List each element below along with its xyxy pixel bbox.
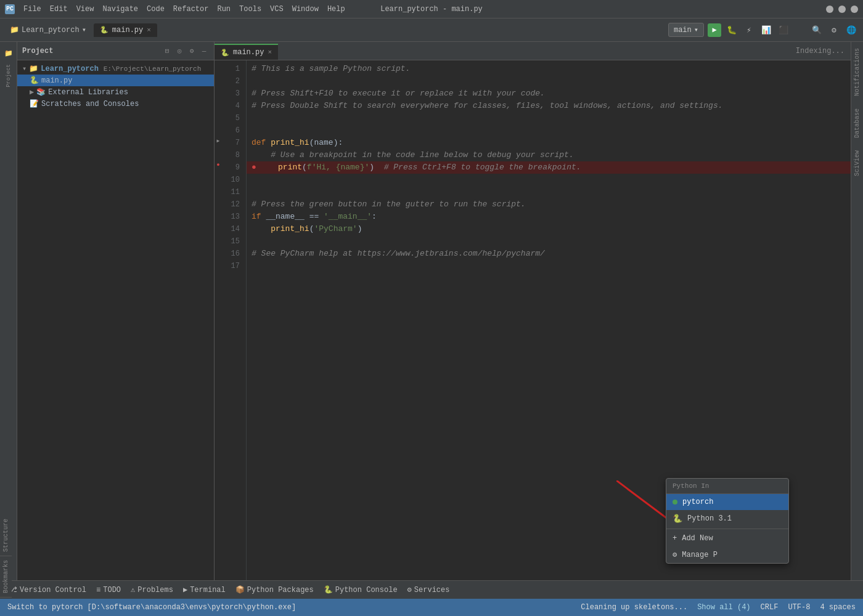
hide-icon[interactable]: — xyxy=(199,46,209,56)
line-endings[interactable]: CRLF xyxy=(758,602,781,613)
structure-tab[interactable]: Structure xyxy=(0,515,12,556)
line-num-9: 9 xyxy=(222,161,243,174)
popup-header: Python In xyxy=(666,479,788,494)
menu-edit[interactable]: Edit xyxy=(46,4,72,15)
func-name: print_hi xyxy=(271,137,309,149)
popup-item-add[interactable]: + Add New xyxy=(666,530,788,546)
run-button[interactable]: ▶ xyxy=(708,23,721,37)
project-tree: ▾ 📁 Learn_pytorch E:\Project\Learn_pytor… xyxy=(17,60,214,580)
terminal-label: Terminal xyxy=(190,586,226,594)
maximize-button[interactable] xyxy=(838,6,846,13)
indent[interactable]: 4 spaces xyxy=(817,602,858,613)
notifications-tab[interactable]: Notifications xyxy=(852,42,862,102)
encoding[interactable]: UTF-8 xyxy=(785,602,812,613)
menu-window[interactable]: Window xyxy=(288,4,322,15)
line-num-15: 15 xyxy=(222,235,243,248)
project-label[interactable]: Project xyxy=(4,62,13,90)
menu-view[interactable]: View xyxy=(73,4,98,15)
menu-refactor[interactable]: Refactor xyxy=(170,4,213,15)
settings-icon[interactable]: ⚙ xyxy=(187,46,197,56)
run-config-dropdown[interactable]: main ▾ xyxy=(668,23,704,37)
file-tab[interactable]: 🐍 main.py × xyxy=(94,23,157,37)
profile-button[interactable]: 📊 xyxy=(759,23,773,37)
line-num-12: 12 xyxy=(222,198,243,211)
gutter-17 xyxy=(215,257,222,270)
tab-python-icon: 🐍 xyxy=(221,49,229,57)
editor-tab-bar: 🐍 main.py × Indexing... xyxy=(215,42,851,60)
menu-tools[interactable]: Tools xyxy=(235,4,265,15)
tree-item-external-libs[interactable]: ▶ 📚 External Libraries xyxy=(17,86,214,98)
python-console-tab[interactable]: 🐍 Python Console xyxy=(320,584,401,596)
todo-tab[interactable]: ≡ TODO xyxy=(92,585,125,596)
project-dropdown[interactable]: 📁 Learn_pytorch ▾ xyxy=(5,23,91,37)
menu-file[interactable]: File xyxy=(20,4,45,15)
menu-run[interactable]: Run xyxy=(213,4,234,15)
project-icon: 📁 xyxy=(10,25,19,34)
tab-close-btn[interactable]: × xyxy=(268,49,272,56)
show-all-link[interactable]: Show all (4) xyxy=(695,602,753,613)
chevron-right-icon: ▶ xyxy=(30,87,34,97)
popup-item-python31[interactable]: 🐍 Python 3.1 xyxy=(666,510,788,527)
add-icon: + xyxy=(673,534,677,543)
gutter-2 xyxy=(215,73,222,85)
close-button[interactable] xyxy=(851,6,858,13)
version-control-tab[interactable]: ⎇ Version Control xyxy=(5,584,90,596)
tree-item-mainpy[interactable]: 🐍 main.py xyxy=(17,75,214,86)
gutter-9-breakpoint[interactable]: ● xyxy=(215,159,222,171)
debug-button[interactable]: 🐛 xyxy=(725,23,738,37)
right-sidebar: Notifications Database SciView xyxy=(851,42,863,580)
minimize-button[interactable] xyxy=(826,6,833,13)
console-label: Python Console xyxy=(335,586,398,594)
popup-pytorch-label: pytorch xyxy=(682,498,713,506)
root-path: E:\Project\Learn_pytorch xyxy=(104,65,201,73)
gutter-3 xyxy=(215,85,222,97)
cleaning-status: Cleaning up skeletons... xyxy=(578,602,690,613)
update-button[interactable]: 🌐 xyxy=(845,23,858,37)
line-num-8: 8 xyxy=(222,149,243,161)
code-line-7: def print_hi(name): xyxy=(247,137,851,149)
menu-help[interactable]: Help xyxy=(324,4,349,15)
stop-button[interactable]: ⬛ xyxy=(777,23,790,37)
comment-1: # This is a sample Python script. xyxy=(252,63,410,75)
tab-close-icon[interactable]: × xyxy=(147,26,151,34)
popup-item-manage[interactable]: ⚙ Manage P xyxy=(666,546,788,563)
problems-tab[interactable]: ⚠ Problems xyxy=(127,584,177,596)
settings-button[interactable]: ⚙ xyxy=(827,23,841,37)
indent xyxy=(252,223,271,235)
bookmarks-tab[interactable]: Bookmarks xyxy=(0,556,12,598)
coverage-button[interactable]: ⚡ xyxy=(742,23,756,37)
locate-icon[interactable]: ◎ xyxy=(174,46,184,56)
menu-bar[interactable]: File Edit View Navigate Code Refactor Ru… xyxy=(20,4,349,15)
tree-item-scratches[interactable]: 📝 Scratches and Consoles xyxy=(17,98,214,110)
project-tab-button[interactable]: 📁 xyxy=(2,47,15,59)
tree-root[interactable]: ▾ 📁 Learn_pytorch E:\Project\Learn_pytor… xyxy=(17,63,214,75)
code-line-12: # Press the green button in the gutter t… xyxy=(247,198,851,211)
terminal-tab[interactable]: ▶ Terminal xyxy=(179,584,229,596)
call-func: print_hi xyxy=(271,223,309,235)
python-icon-popup: 🐍 xyxy=(673,514,682,524)
services-tab[interactable]: ⚙ Services xyxy=(404,584,454,596)
sciview-tab[interactable]: SciView xyxy=(852,144,862,182)
gutter-16 xyxy=(215,245,222,257)
status-message[interactable]: Switch to pytorch [D:\software\anaconda3… xyxy=(5,602,298,613)
gutter-15 xyxy=(215,233,222,245)
editor-tab-mainpy[interactable]: 🐍 main.py × xyxy=(215,44,278,60)
menu-navigate[interactable]: Navigate xyxy=(99,4,142,15)
python-file-icon: 🐍 xyxy=(100,26,108,34)
search-toolbar-button[interactable]: 🔍 xyxy=(810,23,824,37)
code-line-14: print_hi('PyCharm') xyxy=(247,223,851,235)
code-line-16: # See PyCharm help at https://www.jetbra… xyxy=(247,248,851,260)
gutter-1 xyxy=(215,60,222,73)
menu-code[interactable]: Code xyxy=(143,4,168,15)
collapse-all-icon[interactable]: ⊟ xyxy=(162,46,172,56)
fstring: f'Hi, {name}' xyxy=(307,161,369,174)
menu-vcs[interactable]: VCS xyxy=(266,4,287,15)
external-lib-icon: 📚 xyxy=(36,87,46,97)
run-gutter-icon[interactable]: ▶ xyxy=(217,138,220,144)
gutter: ▶ ● xyxy=(215,60,222,580)
python-packages-tab[interactable]: 📦 Python Packages xyxy=(232,584,317,596)
database-tab[interactable]: Database xyxy=(852,102,862,144)
keyword-def: def xyxy=(252,137,271,149)
popup-item-pytorch[interactable]: pytorch xyxy=(666,494,788,510)
window-controls[interactable] xyxy=(826,6,858,13)
